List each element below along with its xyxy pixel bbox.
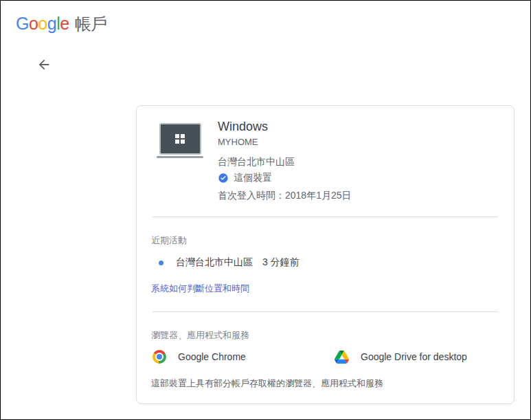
activity-list-item: 台灣台北市中山區 3 分鐘前 [151, 256, 300, 269]
location-time-help-link[interactable]: 系統如何判斷位置和時間 [151, 283, 249, 295]
logo-letter: g [47, 14, 56, 34]
this-device-label: 這個裝置 [234, 172, 272, 184]
divider [152, 311, 498, 312]
chrome-icon [152, 350, 166, 364]
windows-logo-icon [175, 134, 185, 144]
google-account-logo[interactable]: G o o g l e 帳戶 [16, 13, 107, 35]
device-name: MYHOME [218, 136, 352, 148]
back-button[interactable] [34, 54, 54, 75]
app-item-chrome: Google Chrome [152, 348, 246, 366]
first-signin-time: 首次登入時間：2018年1月25日 [218, 189, 352, 202]
back-arrow-icon [36, 57, 52, 72]
activity-bullet-icon [159, 261, 163, 265]
logo-letter: o [38, 14, 47, 34]
logo-letter: o [29, 14, 38, 34]
logo-letter: G [16, 14, 29, 34]
app-item-drive: Google Drive for desktop [335, 348, 467, 366]
laptop-base [157, 156, 203, 158]
device-card: Windows MYHOME 台灣台北市中山區 這個裝置 首次登入時間：2018… [136, 105, 515, 404]
activity-time: 3 分鐘前 [262, 256, 300, 269]
logo-suffix-label: 帳戶 [75, 13, 107, 35]
app-name: Google Drive for desktop [361, 351, 467, 362]
laptop-screen [159, 123, 201, 155]
this-device-row: 這個裝置 [218, 171, 352, 184]
app-name: Google Chrome [178, 351, 246, 362]
windows-laptop-icon [157, 123, 203, 158]
google-account-device-page: G o o g l e 帳戶 Windows MYHOME 台灣台北市中山區 [0, 0, 531, 420]
browsers-section-label: 瀏覽器、應用程式和服務 [151, 329, 249, 342]
recent-activity-label: 近期活動 [151, 234, 187, 247]
device-info: Windows MYHOME 台灣台北市中山區 這個裝置 首次登入時間：2018… [218, 119, 352, 202]
verified-check-icon [218, 173, 229, 184]
browsers-footnote: 這部裝置上具有部分帳戶存取權的瀏覽器、應用程式和服務 [151, 377, 383, 390]
google-drive-icon [335, 351, 349, 364]
activity-location: 台灣台北市中山區 [176, 256, 253, 269]
divider [152, 217, 498, 217]
device-location: 台灣台北市中山區 [218, 155, 352, 168]
logo-letter: e [60, 14, 69, 34]
device-platform-title: Windows [218, 119, 352, 135]
